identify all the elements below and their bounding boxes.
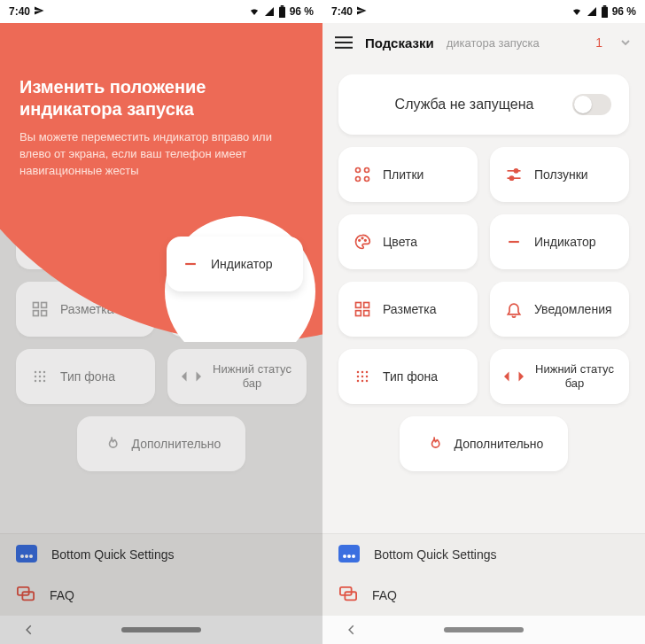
app-header: Подсказки дикатора запуска 1	[322, 23, 645, 62]
wifi-icon	[571, 6, 583, 17]
back-icon[interactable]	[346, 624, 358, 636]
svg-rect-18	[42, 303, 47, 308]
grid-icon	[353, 165, 372, 184]
svg-point-44	[356, 168, 361, 173]
svg-point-65	[366, 376, 369, 378]
tile-layout[interactable]: Разметка	[16, 282, 155, 337]
minus-icon	[504, 232, 524, 252]
status-bar: 7:40 96 %	[0, 0, 322, 23]
svg-rect-58	[356, 311, 361, 316]
svg-point-64	[361, 376, 364, 378]
tile-bottom-status-bar[interactable]: Нижний статус бар	[490, 349, 629, 404]
signal-icon	[264, 6, 275, 17]
chat-icon	[338, 586, 358, 606]
menu-button[interactable]	[12, 35, 30, 50]
tile-sliders[interactable]: Ползунки	[490, 147, 629, 202]
svg-point-66	[357, 380, 360, 383]
svg-point-28	[39, 380, 42, 383]
svg-marker-30	[182, 372, 187, 382]
send-icon	[34, 5, 44, 19]
wifi-icon	[248, 6, 260, 17]
svg-point-72	[343, 555, 346, 558]
back-icon[interactable]	[23, 624, 35, 636]
palette-icon	[353, 232, 372, 252]
svg-point-51	[509, 176, 513, 180]
tile-plates[interactable]: Плитки	[338, 147, 478, 202]
svg-point-35	[29, 555, 33, 558]
coach-title: Изменить положение индикатора запуска	[19, 76, 298, 120]
grid-dots-icon	[353, 367, 372, 386]
svg-point-67	[361, 380, 364, 383]
footer-bqs[interactable]: Bottom Quick Settings	[0, 534, 322, 575]
service-toggle[interactable]	[572, 94, 611, 115]
battery-icon	[278, 5, 286, 18]
svg-rect-56	[356, 303, 361, 308]
status-bar: 7:40 96 %	[322, 0, 645, 23]
coach-text: Изменить положение индикатора запуска Вы…	[19, 76, 298, 180]
footer-faq[interactable]: FAQ	[0, 575, 322, 616]
header-title: Подсказки	[43, 35, 112, 50]
minus-icon	[181, 254, 200, 274]
svg-point-24	[35, 376, 37, 378]
footer-faq[interactable]: FAQ	[322, 575, 645, 616]
layout-icon	[353, 299, 372, 319]
tile-layout[interactable]: Разметка	[338, 282, 478, 337]
footer-label: Bottom Quick Settings	[51, 547, 175, 562]
status-time: 7:40	[331, 5, 353, 18]
layout-icon	[30, 299, 50, 319]
status-battery: 96 %	[612, 5, 636, 18]
tile-extra[interactable]: Дополнительно	[400, 416, 568, 471]
svg-rect-57	[364, 303, 369, 308]
svg-marker-70	[519, 372, 525, 382]
chevron-down-icon[interactable]	[296, 35, 310, 50]
bell-icon	[182, 299, 201, 319]
service-label: Служба не запущена	[356, 97, 572, 113]
tile-extra[interactable]: Дополнительно	[77, 416, 245, 471]
footer-label: FAQ	[372, 588, 397, 602]
palette-icon	[30, 232, 50, 252]
svg-point-53	[361, 237, 363, 239]
svg-point-13	[36, 240, 38, 242]
svg-marker-31	[197, 372, 202, 382]
header-subtitle: ие индикатора заг	[124, 36, 261, 50]
service-card[interactable]: Служба не запущена	[338, 74, 629, 135]
chat-icon	[16, 586, 35, 606]
bell-icon	[504, 299, 524, 319]
tile-colors[interactable]: Цвета	[338, 214, 478, 269]
tile-label: Уведомления	[212, 302, 292, 316]
tile-label: Тип фона	[383, 369, 463, 384]
header-title: Подсказки	[365, 35, 434, 50]
home-pill[interactable]	[444, 627, 524, 632]
svg-point-45	[365, 168, 369, 173]
footer-label: Bottom Quick Settings	[374, 547, 497, 562]
svg-point-73	[347, 555, 351, 558]
svg-point-29	[43, 380, 46, 383]
tile-colors[interactable]: Цвета	[16, 214, 155, 269]
signal-icon	[587, 6, 597, 17]
tile-notifications[interactable]: Уведомления	[490, 282, 629, 337]
tile-bg-type[interactable]: Тип фона	[16, 349, 155, 404]
tile-bg-type[interactable]: Тип фона	[338, 349, 478, 404]
tile-label: Цвета	[60, 235, 141, 249]
tile-label: Нижний статус бар	[534, 362, 615, 390]
tile-label: Нижний статус бар	[212, 362, 292, 390]
tile-label: Индикатор	[534, 235, 615, 249]
svg-point-61	[361, 371, 364, 374]
tile-label: Дополнительно	[455, 437, 544, 451]
menu-button[interactable]	[335, 35, 353, 50]
tile-indicator[interactable]: Индикатор	[490, 214, 629, 269]
svg-point-74	[352, 555, 355, 558]
svg-rect-20	[42, 311, 47, 316]
svg-point-25	[39, 376, 42, 378]
chevron-down-icon[interactable]	[618, 35, 633, 50]
home-pill[interactable]	[121, 627, 201, 632]
bqs-app-icon	[16, 545, 37, 565]
svg-point-26	[43, 376, 46, 378]
tile-bottom-status-bar[interactable]: Нижний статус бар	[167, 349, 307, 404]
tile-label: Индикатор	[211, 257, 273, 271]
coach-highlight-tile[interactable]: Индикатор	[167, 237, 303, 291]
footer: Bottom Quick Settings FAQ	[0, 533, 322, 644]
footer-bqs[interactable]: Bottom Quick Settings	[322, 534, 645, 575]
hint-count: 1	[595, 35, 602, 50]
fire-icon	[424, 434, 444, 454]
